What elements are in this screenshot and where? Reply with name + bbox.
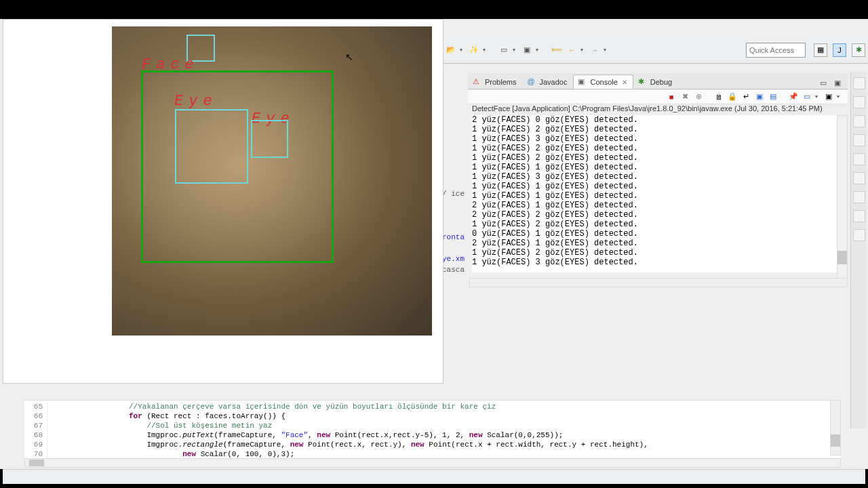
nav-back-icon[interactable]: ← xyxy=(566,44,578,56)
console-line: 0 yüz(FACES) 1 göz(EYES) detected. xyxy=(472,229,638,239)
wand-icon[interactable]: ✨ xyxy=(468,44,480,56)
trim-icon[interactable] xyxy=(853,134,865,146)
line-number: 70 xyxy=(24,449,43,459)
console-line: 2 yüz(FACES) 1 göz(EYES) detected. xyxy=(472,239,638,248)
show-console-on-stdout-icon[interactable]: ▣ xyxy=(754,92,765,102)
webcam-window[interactable]: Face Eye Eye ↖ xyxy=(3,19,443,384)
console-line: 1 yüz(FACES) 2 göz(EYES) detected. xyxy=(472,144,638,153)
line-number: 66 xyxy=(24,411,43,421)
scrollbar-thumb[interactable] xyxy=(831,434,840,447)
console-line: 1 yüz(FACES) 2 göz(EYES) detected. xyxy=(472,153,638,163)
console-line: 1 yüz(FACES) 1 göz(EYES) detected. xyxy=(472,191,638,201)
console-line: 2 yüz(FACES) 0 göz(EYES) detected. xyxy=(472,115,638,125)
trim-icon[interactable] xyxy=(853,229,865,241)
tab-console[interactable]: ▣ Console ✕ xyxy=(573,75,633,89)
tab-label: Debug xyxy=(650,78,672,86)
console-line: 1 yüz(FACES) 2 göz(EYES) detected. xyxy=(472,125,638,134)
java-perspective-icon[interactable]: J xyxy=(833,43,846,57)
trim-icon[interactable] xyxy=(853,210,865,222)
console-line: 1 yüz(FACES) 1 göz(EYES) detected. xyxy=(472,182,638,191)
tab-debug[interactable]: ✱ Debug xyxy=(633,75,678,89)
console-line: 2 yüz(FACES) 2 göz(EYES) detected. xyxy=(472,210,638,220)
status-bar xyxy=(3,469,865,484)
editor-vertical-scrollbar[interactable] xyxy=(830,400,841,455)
tab-label: Javadoc xyxy=(539,78,567,86)
trim-icon[interactable] xyxy=(853,153,865,165)
eye-detection-box xyxy=(251,120,288,158)
code-editor[interactable]: 656667686970 //Yakalanan çerçeve varsa i… xyxy=(24,400,841,465)
remove-all-icon[interactable]: ⊗ xyxy=(693,92,704,102)
maximize-view-icon[interactable]: ▣ xyxy=(831,77,844,89)
scrollbar-thumb[interactable] xyxy=(837,251,847,264)
console-line: 1 yüz(FACES) 3 göz(EYES) detected. xyxy=(472,172,638,182)
display-selected-console-icon[interactable]: ▭ xyxy=(802,92,812,102)
quick-access-input[interactable] xyxy=(746,43,806,58)
letterbox-top xyxy=(0,0,868,19)
word-wrap-icon[interactable]: ↵ xyxy=(741,92,751,102)
nav-forward-icon[interactable]: → xyxy=(589,44,601,56)
console-line: 2 yüz(FACES) 1 göz(EYES) detected. xyxy=(472,201,638,210)
open-icon[interactable]: 📂 xyxy=(445,44,457,56)
trim-icon[interactable] xyxy=(853,115,865,127)
line-number: 65 xyxy=(24,402,43,411)
editor-horizontal-scrollbar[interactable] xyxy=(24,458,841,468)
code-content[interactable]: //Yakalanan çerçeve varsa içerisinde dön… xyxy=(47,401,841,465)
tab-problems[interactable]: ⚠ Problems xyxy=(468,75,522,89)
debug-perspective-icon[interactable]: ✱ xyxy=(852,43,865,57)
main-toolbar: 📂▾ ✨▾ ▭▾ ▣▾ ⟸ ←▾ →▾ ▦ J ✱ xyxy=(441,37,868,64)
pin-console-icon[interactable]: 📌 xyxy=(788,92,799,102)
trim-icon[interactable] xyxy=(853,191,865,203)
trim-icon[interactable] xyxy=(853,96,865,108)
line-number: 69 xyxy=(24,440,43,449)
console-line: 1 yüz(FACES) 1 göz(EYES) detected. xyxy=(472,163,638,172)
tab-label: Problems xyxy=(485,78,516,86)
back-icon[interactable]: ⟸ xyxy=(551,44,563,56)
new-icon[interactable]: ▭ xyxy=(498,44,510,56)
tab-label: Console xyxy=(590,78,617,86)
line-gutter: 656667686970 xyxy=(24,401,47,465)
close-icon[interactable]: ✕ xyxy=(622,79,627,86)
minimize-view-icon[interactable]: ▭ xyxy=(817,77,829,89)
video-frame: Face Eye Eye ↖ xyxy=(112,26,432,336)
console-icon: ▣ xyxy=(578,77,587,87)
console-output[interactable]: 2 yüz(FACES) 0 göz(EYES) detected. 1 yüz… xyxy=(472,115,841,272)
console-vertical-scrollbar[interactable] xyxy=(837,115,848,282)
terminate-icon[interactable]: ■ xyxy=(666,92,677,102)
clear-console-icon[interactable]: 🗎 xyxy=(713,92,724,102)
console-line: 1 yüz(FACES) 2 göz(EYES) detected. xyxy=(472,248,638,258)
scrollbar-thumb[interactable] xyxy=(29,460,44,466)
console-line: 1 yüz(FACES) 2 göz(EYES) detected. xyxy=(472,220,638,229)
trim-icon[interactable] xyxy=(853,172,865,184)
eye-label: Eye xyxy=(174,93,218,110)
line-number: 68 xyxy=(24,430,43,440)
problems-icon: ⚠ xyxy=(473,77,482,87)
bottom-view-tabs: ⚠ Problems @ Javadoc ▣ Console ✕ ✱ Debug… xyxy=(468,73,848,89)
console-line: 1 yüz(FACES) 3 göz(EYES) detected. xyxy=(472,258,638,267)
eye-detection-box xyxy=(175,109,248,184)
line-number: 67 xyxy=(24,421,43,430)
open-console-icon[interactable]: ▣ xyxy=(823,92,834,102)
open-perspective-icon[interactable]: ▦ xyxy=(814,43,827,57)
javadoc-icon: @ xyxy=(527,77,536,87)
console-line: 1 yüz(FACES) 3 göz(EYES) detected. xyxy=(472,134,638,144)
debug-icon: ✱ xyxy=(638,77,648,87)
right-trim-stack xyxy=(850,72,867,428)
console-process-label: DetectFace [Java Application] C:\Program… xyxy=(472,104,841,113)
scroll-lock-icon[interactable]: 🔒 xyxy=(727,92,738,102)
mouse-cursor-icon: ↖ xyxy=(345,52,353,62)
console-horizontal-scrollbar[interactable] xyxy=(469,278,848,287)
console-toolbar: ■ ✖ ⊗ 🗎 🔒 ↵ ▣ ▤ 📌 ▭▾ ▣▾ xyxy=(468,89,848,104)
show-console-on-stderr-icon[interactable]: ▤ xyxy=(768,92,778,102)
editor-peek: / ice ronta ye.xm casca xyxy=(442,188,469,275)
remove-launch-icon[interactable]: ✖ xyxy=(679,92,690,102)
tab-javadoc[interactable]: @ Javadoc xyxy=(522,75,573,89)
trim-icon[interactable] xyxy=(853,77,865,89)
package-icon[interactable]: ▣ xyxy=(521,44,533,56)
